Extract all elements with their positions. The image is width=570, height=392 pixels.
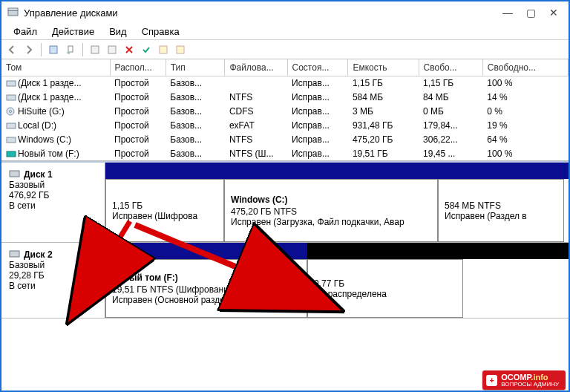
svg-rect-8 (7, 81, 16, 86)
volume-icon (6, 121, 16, 130)
maximize-button[interactable]: ▢ (526, 7, 536, 19)
menu-action[interactable]: Действие (45, 24, 102, 39)
column-header[interactable]: Распол... (110, 59, 166, 76)
partition[interactable]: Новый том (F:)19,51 ГБ NTFS (Шифрование … (105, 259, 307, 318)
window-title: Управление дисками (24, 7, 502, 19)
svg-rect-16 (10, 251, 19, 257)
disk-management-window: Управление дисками — ▢ ✕ Файл Действие В… (0, 0, 570, 392)
menu-help[interactable]: Справка (134, 24, 187, 39)
toolbar (1, 40, 569, 59)
window-controls: — ▢ ✕ (502, 7, 563, 19)
app-icon (7, 7, 19, 18)
svg-rect-13 (7, 137, 16, 143)
refresh-icon[interactable] (63, 42, 78, 57)
column-header[interactable]: Свобо... (419, 59, 482, 76)
partition-stripe (105, 163, 569, 179)
svg-rect-9 (7, 95, 16, 100)
table-row[interactable]: Windows (C:)ПростойБазов...NTFSИсправ...… (1, 132, 569, 146)
svg-rect-4 (91, 46, 99, 53)
menubar: Файл Действие Вид Справка (1, 24, 569, 40)
table-row[interactable]: Local (D:)ПростойБазов...exFATИсправ...9… (1, 118, 569, 132)
volume-icon (6, 107, 16, 116)
column-header[interactable]: Состоя... (287, 59, 348, 76)
toolbar-separator (82, 43, 83, 56)
svg-rect-0 (8, 10, 18, 16)
svg-rect-3 (68, 46, 73, 52)
watermark: + OCOMP.info ВОПРОСЫ АДМИНУ (482, 370, 566, 390)
titlebar: Управление дисками — ▢ ✕ (1, 1, 569, 24)
disk-icon (9, 249, 21, 259)
apply-icon[interactable] (139, 42, 154, 57)
column-header[interactable]: Том (1, 59, 110, 76)
plus-icon: + (486, 375, 497, 386)
partition[interactable]: 1,15 ГБИсправен (Шифрова (105, 179, 224, 242)
watermark-sub: ВОПРОСЫ АДМИНУ (501, 382, 559, 388)
table-row[interactable]: HiSuite (G:)ПростойБазов...CDFSИсправ...… (1, 104, 569, 118)
svg-point-11 (10, 110, 12, 112)
back-icon[interactable] (4, 42, 19, 57)
column-header[interactable]: Тип (166, 59, 225, 76)
svg-rect-1 (8, 8, 18, 10)
close-button[interactable]: ✕ (549, 7, 558, 19)
svg-rect-2 (50, 46, 57, 53)
toolbar-button[interactable] (46, 42, 61, 57)
column-header[interactable]: Файлова... (225, 59, 287, 76)
volume-icon (6, 135, 16, 144)
partition[interactable]: 584 МБ NTFSИсправен (Раздел в (438, 179, 564, 242)
column-header[interactable]: Емкость (348, 59, 419, 76)
svg-rect-5 (108, 46, 116, 53)
volume-icon (6, 149, 16, 158)
disk-row: Диск 2Базовый29,28 ГБВ сетиНовый том (F:… (1, 243, 569, 318)
table-row[interactable]: (Диск 1 разде...ПростойБазов...Исправ...… (1, 76, 569, 90)
partition[interactable]: 9,77 ГБНе распределена (307, 259, 463, 318)
volume-list: ТомРаспол...ТипФайлова...Состоя...Емкост… (1, 59, 569, 161)
svg-rect-6 (160, 46, 167, 53)
disk-label[interactable]: Диск 2Базовый29,28 ГБВ сети (1, 243, 105, 318)
partition-stripe (105, 243, 569, 259)
toolbar-button[interactable] (105, 42, 119, 57)
toolbar-button[interactable] (173, 42, 188, 57)
volume-icon (6, 93, 16, 102)
partition[interactable]: Windows (C:)475,20 ГБ NTFSИсправен (Загр… (224, 179, 438, 242)
toolbar-separator (41, 43, 42, 56)
disk-row: Диск 1Базовый476,92 ГБВ сети1,15 ГБИспра… (1, 163, 569, 243)
svg-rect-15 (10, 171, 19, 177)
menu-view[interactable]: Вид (102, 24, 134, 39)
minimize-button[interactable]: — (502, 7, 513, 19)
table-row[interactable]: Новый том (F:)ПростойБазов...NTFS (Ш...И… (1, 146, 569, 160)
svg-rect-7 (177, 46, 184, 53)
toolbar-button[interactable] (88, 42, 102, 57)
column-header[interactable]: Свободно... (482, 59, 568, 76)
menu-file[interactable]: Файл (6, 24, 45, 39)
disk-graphical-view: Диск 1Базовый476,92 ГБВ сети1,15 ГБИспра… (1, 161, 569, 391)
forward-icon[interactable] (22, 42, 36, 57)
table-row[interactable]: (Диск 1 разде...ПростойБазов...NTFSИспра… (1, 90, 569, 104)
delete-icon[interactable] (122, 42, 137, 57)
svg-rect-12 (7, 123, 16, 128)
toolbar-button[interactable] (156, 42, 171, 57)
svg-rect-14 (7, 151, 16, 157)
volume-table[interactable]: ТомРаспол...ТипФайлова...Состоя...Емкост… (1, 59, 569, 160)
disk-icon (9, 169, 21, 179)
volume-icon (6, 79, 16, 88)
disk-label[interactable]: Диск 1Базовый476,92 ГБВ сети (1, 163, 105, 242)
